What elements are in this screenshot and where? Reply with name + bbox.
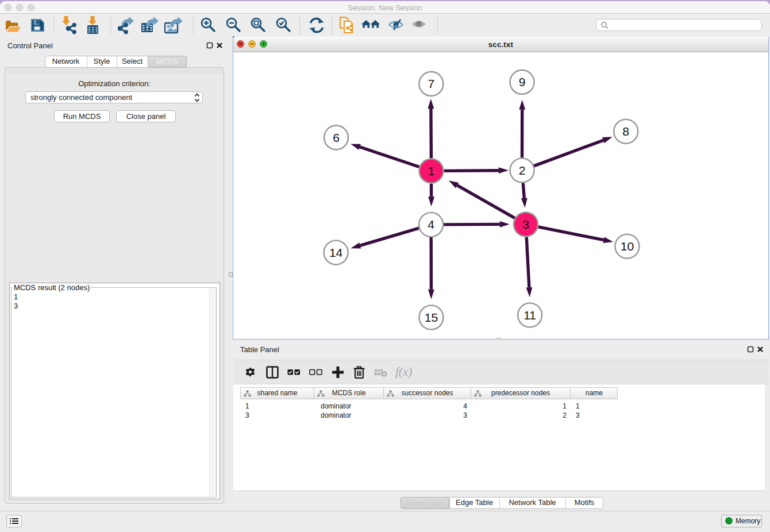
svg-text:15: 15 <box>425 311 438 324</box>
svg-text:2: 2 <box>519 164 526 177</box>
svg-text:1: 1 <box>428 164 435 178</box>
svg-text:6: 6 <box>333 131 340 144</box>
svg-text:4: 4 <box>428 218 434 231</box>
svg-text:10: 10 <box>621 240 634 253</box>
svg-text:8: 8 <box>622 125 629 138</box>
svg-text:14: 14 <box>329 246 343 259</box>
svg-text:7: 7 <box>428 77 435 90</box>
svg-text:9: 9 <box>519 75 526 88</box>
svg-text:3: 3 <box>522 218 529 231</box>
svg-text:11: 11 <box>523 309 536 322</box>
